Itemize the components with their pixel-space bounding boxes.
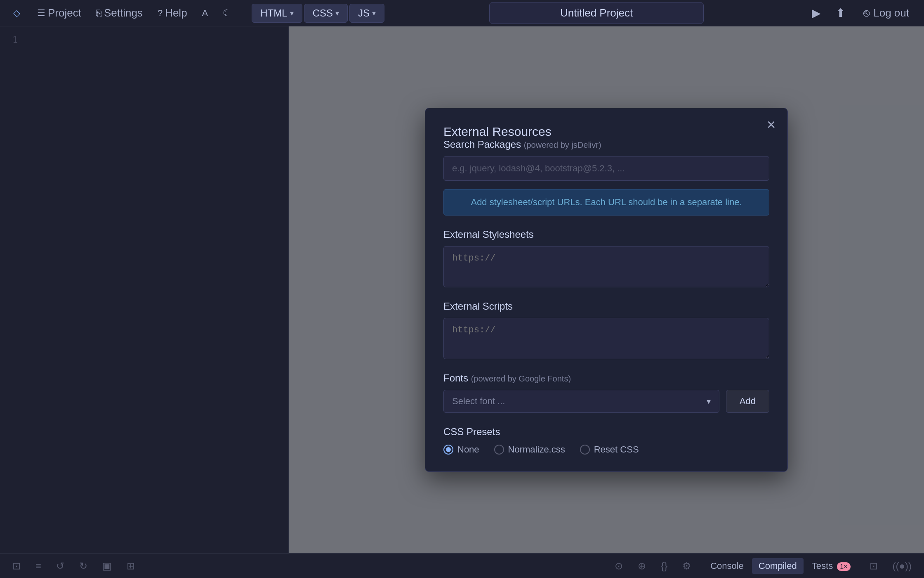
tab-js[interactable]: JS ▾: [349, 4, 384, 23]
hamburger-menu[interactable]: ☰ Project: [31, 3, 87, 23]
help-icon: ?: [158, 8, 163, 19]
preview-pane: External Resources ✕ Search Packages (po…: [289, 26, 924, 553]
tab-css-label: CSS: [313, 7, 333, 19]
preset-normalize-label: Normalize.css: [508, 444, 565, 455]
preset-normalize-radio[interactable]: [494, 445, 504, 455]
preset-reset-radio[interactable]: [580, 445, 590, 455]
search-packages-label: Search Packages (powered by jsDelivr): [443, 139, 769, 150]
code-tabs: HTML ▾ CSS ▾ JS ▾: [252, 4, 384, 23]
topbar-actions: ▶ ⬆ ⎋ Log out: [808, 3, 916, 23]
preset-none-label: None: [457, 444, 479, 455]
help-menu-label: Help: [165, 7, 187, 19]
external-resources-dialog: External Resources ✕ Search Packages (po…: [425, 108, 788, 472]
tab-console-label: Console: [710, 561, 744, 571]
preset-normalize[interactable]: Normalize.css: [494, 444, 565, 455]
dialog-title: External Resources: [443, 125, 552, 138]
logo-icon[interactable]: ◇: [8, 5, 25, 21]
font-chevron-icon: ▾: [707, 396, 711, 406]
bottom-save-icon[interactable]: ⊙: [612, 558, 625, 574]
settings-icon: ⎘: [96, 8, 101, 19]
theme-toggle[interactable]: ☾: [217, 5, 237, 22]
logout-icon: ⎋: [863, 7, 870, 19]
fonts-row: Select font ... ▾ Add: [443, 390, 769, 413]
tab-console[interactable]: Console: [704, 558, 750, 574]
project-title-input[interactable]: [489, 2, 704, 24]
tab-tests[interactable]: Tests 1×: [805, 558, 857, 574]
bottom-redo-icon[interactable]: ↻: [77, 558, 90, 574]
preset-none-radio-inner: [446, 447, 451, 452]
tab-html[interactable]: HTML ▾: [252, 4, 302, 23]
tab-tests-label: Tests: [812, 561, 833, 571]
tab-html-label: HTML: [260, 7, 287, 19]
tab-compiled[interactable]: Compiled: [752, 558, 804, 574]
dialog-close-button[interactable]: ✕: [763, 116, 779, 133]
css-presets-label: CSS Presets: [443, 426, 769, 438]
url-add-area[interactable]: Add stylesheet/script URLs. Each URL sho…: [443, 189, 769, 216]
hamburger-icon: ☰: [37, 8, 45, 19]
tests-badge: 1×: [837, 562, 850, 571]
close-icon: ✕: [766, 118, 776, 132]
bottom-right-area: ⊙ ⊕ {} ⚙ Console Compiled Tests 1× ⊡ ((●…: [612, 558, 914, 574]
modal-overlay: External Resources ✕ Search Packages (po…: [289, 26, 924, 553]
font-menu[interactable]: A: [196, 5, 214, 22]
external-stylesheets-textarea[interactable]: [443, 246, 769, 287]
console-tabs: Console Compiled Tests 1×: [704, 558, 857, 574]
bottom-expand-icon[interactable]: ⊡: [10, 558, 23, 574]
bottom-format-icon[interactable]: {}: [658, 558, 670, 574]
font-select-placeholder: Select font ...: [452, 396, 505, 407]
bottom-list-icon[interactable]: ≡: [33, 558, 44, 574]
external-stylesheets-label: External Stylesheets: [443, 229, 769, 240]
logout-label: Log out: [873, 7, 909, 19]
powered-by-jsdelivr: (powered by jsDelivr): [524, 140, 601, 149]
bottom-fullscreen-icon[interactable]: ⊡: [867, 558, 880, 574]
editor-pane: 1: [0, 26, 289, 553]
js-tab-chevron: ▾: [372, 9, 376, 18]
bottom-warning-icon[interactable]: ⊕: [635, 558, 648, 574]
fonts-label: Fonts (powered by Google Fonts): [443, 372, 769, 384]
preset-reset[interactable]: Reset CSS: [580, 444, 639, 455]
share-button[interactable]: ⬆: [832, 3, 849, 23]
tab-compiled-label: Compiled: [759, 561, 797, 571]
moon-icon: ☾: [223, 8, 231, 19]
bottom-settings-icon[interactable]: ⚙: [680, 558, 694, 574]
bottom-undo-icon[interactable]: ↺: [54, 558, 67, 574]
external-scripts-label: External Scripts: [443, 301, 769, 312]
css-tab-chevron: ▾: [335, 9, 339, 18]
bottombar: ⊡ ≡ ↺ ↻ ▣ ⊞ ⊙ ⊕ {} ⚙ Console Compiled Te…: [0, 553, 924, 578]
topbar: ◇ ☰ Project ⎘ Settings ? Help A ☾ HTML ▾…: [0, 0, 924, 26]
add-font-button[interactable]: Add: [726, 390, 769, 413]
bottom-copy-icon[interactable]: ▣: [100, 558, 114, 574]
line-number-1: 1: [12, 35, 18, 45]
main-area: 1 External Resources ✕ Search Packages (…: [0, 26, 924, 553]
bottom-broadcast-icon[interactable]: ((●)): [890, 558, 914, 574]
settings-menu-label: Settings: [104, 7, 143, 19]
topbar-menu: ☰ Project ⎘ Settings ? Help A ☾: [31, 3, 237, 23]
tab-css[interactable]: CSS ▾: [304, 4, 348, 23]
font-icon: A: [202, 8, 208, 19]
logout-button[interactable]: ⎋ Log out: [857, 3, 916, 23]
powered-by-google: (powered by Google Fonts): [471, 374, 571, 383]
preset-none-radio[interactable]: [443, 445, 453, 455]
editor-content[interactable]: 1: [0, 26, 288, 553]
preset-reset-label: Reset CSS: [594, 444, 639, 455]
project-menu-label: Project: [48, 7, 81, 19]
tab-js-label: JS: [358, 7, 370, 19]
search-packages-input[interactable]: [443, 156, 769, 181]
url-add-label: Add stylesheet/script URLs. Each URL sho…: [471, 197, 742, 207]
preset-none[interactable]: None: [443, 444, 479, 455]
help-menu[interactable]: ? Help: [152, 3, 193, 23]
run-button[interactable]: ▶: [808, 3, 824, 23]
font-select-dropdown[interactable]: Select font ... ▾: [443, 390, 719, 413]
settings-menu[interactable]: ⎘ Settings: [90, 3, 148, 23]
html-tab-chevron: ▾: [290, 9, 294, 18]
project-title-area: [391, 2, 802, 24]
external-scripts-textarea[interactable]: [443, 318, 769, 359]
bottom-grid-icon[interactable]: ⊞: [124, 558, 137, 574]
presets-row: None Normalize.css Reset CSS: [443, 444, 769, 455]
